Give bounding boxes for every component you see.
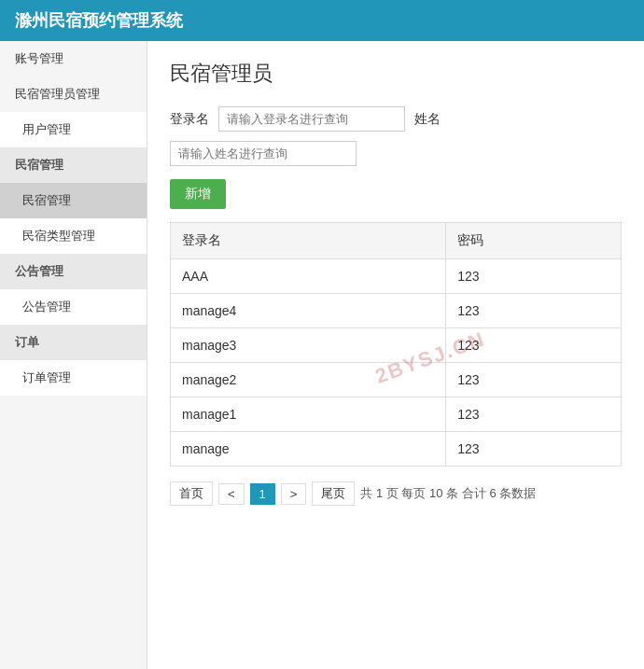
search-bar: 登录名 姓名 bbox=[170, 106, 622, 166]
main-content: 2BYSJ.CN 民宿管理员 登录名 姓名 新增 登录名 密码 AAA123ma… bbox=[147, 41, 644, 669]
cell-login: manage2 bbox=[171, 363, 446, 397]
sidebar-item-minsu-group[interactable]: 民宿管理 bbox=[0, 147, 147, 183]
prev-page-button[interactable]: < bbox=[218, 483, 245, 505]
sidebar-item-order[interactable]: 订单管理 bbox=[0, 360, 147, 396]
cell-login: manage3 bbox=[171, 328, 446, 363]
table-row: manage2123 bbox=[171, 363, 622, 397]
sidebar-item-notice[interactable]: 公告管理 bbox=[0, 289, 147, 325]
table-row: manage123 bbox=[171, 432, 622, 467]
current-page-button[interactable]: 1 bbox=[250, 483, 275, 505]
sidebar-item-minsu-type[interactable]: 民宿类型管理 bbox=[0, 218, 147, 254]
table-row: AAA123 bbox=[171, 259, 622, 294]
app-header: 滁州民宿预约管理系统 bbox=[0, 0, 644, 41]
cell-password: 123 bbox=[446, 363, 622, 397]
cell-password: 123 bbox=[446, 397, 622, 432]
name-label: 姓名 bbox=[414, 111, 441, 128]
cell-login: manage bbox=[171, 432, 446, 467]
table-row: manage3123 bbox=[171, 328, 622, 363]
cell-login: AAA bbox=[171, 259, 446, 294]
next-page-button[interactable]: > bbox=[281, 483, 307, 505]
sidebar: 账号管理 民宿管理员管理 用户管理 民宿管理 民宿管理 民宿类型管理 公告管理 … bbox=[0, 41, 147, 669]
pagination: 首页 < 1 > 尾页 共 1 页 每页 10 条 合计 6 条数据 bbox=[170, 481, 622, 506]
table-row: manage4123 bbox=[171, 294, 622, 328]
first-page-button[interactable]: 首页 bbox=[170, 481, 213, 506]
name-search-input[interactable] bbox=[170, 141, 357, 166]
sidebar-item-order-group[interactable]: 订单 bbox=[0, 325, 147, 360]
col-password: 密码 bbox=[446, 223, 622, 259]
cell-login: manage4 bbox=[171, 294, 446, 328]
add-button[interactable]: 新增 bbox=[170, 179, 226, 209]
sidebar-item-notice-group[interactable]: 公告管理 bbox=[0, 254, 147, 289]
sidebar-item-account[interactable]: 账号管理 bbox=[0, 41, 147, 77]
page-title: 民宿管理员 bbox=[170, 60, 622, 88]
last-page-button[interactable]: 尾页 bbox=[312, 481, 355, 506]
sidebar-item-manager-group[interactable]: 民宿管理员管理 bbox=[0, 77, 147, 112]
table-row: manage1123 bbox=[171, 397, 622, 432]
data-table: 登录名 密码 AAA123manage4123manage3123manage2… bbox=[170, 222, 622, 467]
cell-password: 123 bbox=[446, 328, 622, 363]
sidebar-item-minsu[interactable]: 民宿管理 bbox=[0, 183, 147, 218]
sidebar-item-user[interactable]: 用户管理 bbox=[0, 112, 147, 147]
cell-password: 123 bbox=[446, 294, 622, 328]
app-title: 滁州民宿预约管理系统 bbox=[15, 11, 183, 30]
login-label: 登录名 bbox=[170, 111, 209, 128]
page-info: 共 1 页 每页 10 条 合计 6 条数据 bbox=[360, 485, 536, 502]
cell-password: 123 bbox=[446, 259, 622, 294]
cell-password: 123 bbox=[446, 432, 622, 467]
cell-login: manage1 bbox=[171, 397, 446, 432]
col-login: 登录名 bbox=[171, 223, 446, 259]
login-search-input[interactable] bbox=[218, 106, 405, 132]
